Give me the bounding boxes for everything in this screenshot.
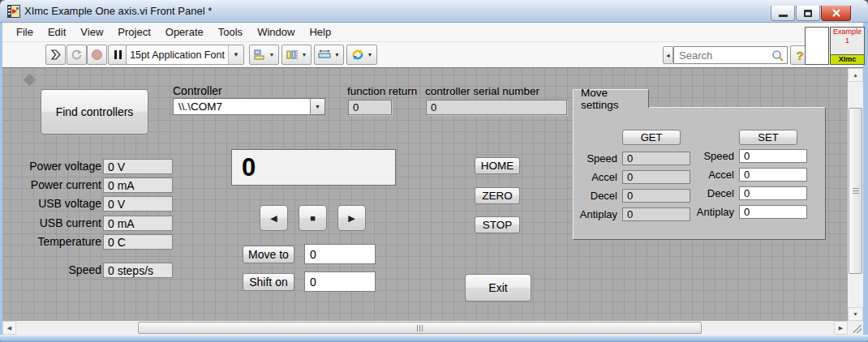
- jog-left-button[interactable]: ◀: [260, 205, 288, 231]
- abort-button[interactable]: [87, 45, 107, 65]
- menu-help[interactable]: Help: [302, 26, 338, 38]
- temperature-label: Temperature: [11, 235, 101, 248]
- set-decel-input[interactable]: [739, 186, 807, 200]
- close-icon: [832, 9, 840, 17]
- vi-icon-line1: Example: [833, 28, 862, 36]
- usb-current-label: USB current: [11, 216, 101, 229]
- font-selector-value: 15pt Application Font: [127, 49, 228, 61]
- minimize-button[interactable]: [771, 6, 795, 21]
- minimize-icon: [779, 15, 788, 17]
- menu-file[interactable]: File: [9, 26, 41, 38]
- horizontal-scrollbar[interactable]: ◀ ▶: [2, 321, 848, 335]
- resize-objects-button[interactable]: ▼: [314, 45, 344, 65]
- align-objects-button[interactable]: ▼: [249, 45, 279, 65]
- set-accel-label: Accel: [679, 168, 734, 182]
- reorder-objects-button[interactable]: ▼: [346, 45, 377, 65]
- exit-button[interactable]: Exit: [465, 274, 531, 301]
- icon-pane: [805, 27, 829, 65]
- usb-voltage-field: 0 V: [103, 196, 173, 212]
- search-collapse-button[interactable]: ◂: [663, 46, 673, 64]
- set-antiplay-input[interactable]: [739, 205, 807, 219]
- power-voltage-label: Power voltage: [11, 160, 101, 173]
- power-current-label: Power current: [11, 178, 101, 191]
- search-input[interactable]: [674, 47, 787, 63]
- serial-number-field: 0: [426, 100, 567, 115]
- chevron-down-icon[interactable]: ▼: [310, 99, 324, 114]
- run-continuous-icon: [71, 49, 83, 61]
- horizontal-scroll-thumb[interactable]: [138, 322, 702, 334]
- menu-tools[interactable]: Tools: [211, 26, 250, 38]
- resize-grip[interactable]: [853, 325, 862, 333]
- vi-icon[interactable]: Example 1 XImc: [830, 27, 865, 65]
- move-settings-tab[interactable]: Move settings: [573, 89, 649, 108]
- move-to-input[interactable]: [304, 244, 376, 264]
- get-accel-label: Accel: [574, 170, 617, 184]
- scroll-down-button[interactable]: ▼: [848, 307, 863, 321]
- chevron-down-icon: ▼: [334, 52, 340, 58]
- distribute-objects-icon: [286, 49, 299, 60]
- thumb-grip: [853, 188, 859, 194]
- search-icon: [771, 49, 784, 62]
- menu-operate[interactable]: Operate: [158, 26, 211, 38]
- set-antiplay-label: Antiplay: [679, 205, 734, 219]
- menu-window[interactable]: Window: [250, 26, 302, 38]
- find-controllers-button[interactable]: Find controllers: [41, 89, 148, 135]
- window-border-left: [0, 23, 2, 335]
- menu-edit[interactable]: Edit: [41, 26, 73, 38]
- menu-project[interactable]: Project: [110, 26, 157, 38]
- set-decel-label: Decel: [679, 186, 734, 200]
- front-panel: Find controllers Controller \\.\COM7 ▼ f…: [2, 68, 848, 321]
- menu-bar: File Edit View Project Operate Tools Win…: [2, 23, 865, 42]
- set-speed-label: Speed: [679, 149, 734, 163]
- set-speed-input[interactable]: [739, 149, 807, 163]
- chevron-down-icon: ▼: [367, 52, 373, 58]
- vertical-scrollbar[interactable]: ▲ ▼: [848, 68, 863, 321]
- set-button[interactable]: SET: [739, 130, 797, 145]
- stop-button[interactable]: STOP: [475, 216, 520, 233]
- move-to-button[interactable]: Move to: [243, 246, 294, 263]
- chevron-down-icon: ▼: [269, 52, 275, 58]
- controller-dropdown-value: \\.\COM7: [174, 99, 310, 114]
- vi-icon-badge: XImc: [831, 54, 864, 64]
- chevron-down-icon[interactable]: ▼: [228, 45, 243, 64]
- abort-icon: [92, 49, 102, 60]
- maximize-icon: [804, 10, 812, 17]
- font-selector[interactable]: 15pt Application Font ▼: [126, 45, 244, 65]
- set-accel-input[interactable]: [739, 168, 807, 182]
- panel-origin-marker: [24, 74, 37, 87]
- align-objects-icon: [254, 49, 266, 60]
- get-button[interactable]: GET: [622, 130, 681, 145]
- scroll-right-button[interactable]: ▶: [834, 321, 848, 335]
- jog-stop-button[interactable]: ■: [299, 205, 327, 231]
- shift-on-input[interactable]: [304, 271, 376, 292]
- usb-current-field: 0 mA: [103, 216, 173, 231]
- maximize-button[interactable]: [796, 6, 820, 21]
- controller-dropdown[interactable]: \\.\COM7 ▼: [173, 98, 325, 115]
- run-button[interactable]: [45, 45, 66, 65]
- jog-right-button[interactable]: ▶: [337, 205, 366, 231]
- toolbar: 15pt Application Font ▼ ▼ ▼ ▼: [2, 42, 865, 68]
- shift-on-button[interactable]: Shift on: [243, 273, 294, 291]
- run-continuous-button[interactable]: [67, 45, 87, 65]
- scroll-up-button[interactable]: ▲: [848, 68, 863, 82]
- help-icon: ?: [796, 49, 803, 62]
- speed-label: Speed: [11, 263, 101, 276]
- vi-icon-line2: 1: [845, 36, 849, 45]
- scroll-left-button[interactable]: ◀: [2, 321, 16, 335]
- stop-square-icon: ■: [310, 213, 316, 223]
- zero-button[interactable]: ZERO: [475, 187, 520, 204]
- menu-view[interactable]: View: [73, 26, 110, 38]
- home-button[interactable]: HOME: [475, 157, 520, 174]
- get-decel-label: Decel: [574, 189, 617, 203]
- get-speed-label: Speed: [574, 152, 617, 165]
- run-arrow-icon: [49, 49, 62, 61]
- function-return-label: function return: [347, 85, 417, 97]
- vi-document-icon: [7, 5, 20, 18]
- window-title: XImc Example One axis.vi Front Panel *: [24, 5, 212, 17]
- speed-field: 0 steps/s: [103, 263, 173, 278]
- get-antiplay-label: Antiplay: [574, 207, 617, 221]
- left-arrow-icon: ◀: [270, 213, 277, 224]
- close-button[interactable]: [821, 6, 851, 21]
- distribute-objects-button[interactable]: ▼: [281, 45, 312, 65]
- vertical-scroll-thumb[interactable]: [849, 108, 862, 274]
